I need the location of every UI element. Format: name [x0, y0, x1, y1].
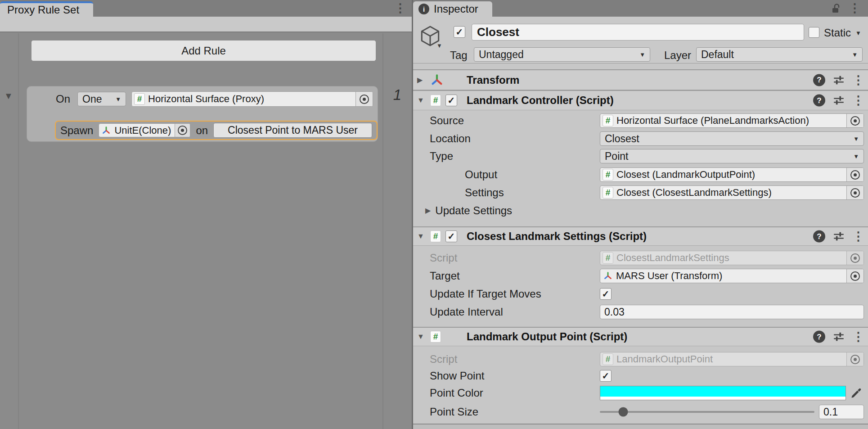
update-interval-row: Update Interval 0.03 [413, 305, 868, 319]
object-picker-button[interactable] [175, 124, 190, 137]
point-color-row: Point Color [413, 386, 868, 400]
proxy-object-field[interactable]: # Horizontal Surface (Proxy) [131, 91, 373, 107]
source-object-field[interactable]: # Horizontal Surface (PlaneLandmarksActi… [600, 113, 864, 128]
component-menu-icon[interactable]: ⋮ [852, 95, 861, 107]
spawn-object-name: UnitE(Clone) [111, 125, 175, 136]
location-dropdown[interactable]: Closest ▼ [600, 131, 864, 146]
settings-value: Closest (ClosestLandmarkSettings) [613, 187, 846, 199]
script-object-field: # LandmarkOutputPoint [600, 352, 864, 366]
point-size-input[interactable]: 0.1 [819, 405, 864, 419]
point-color-field[interactable] [600, 386, 846, 400]
left-toolbar [0, 17, 412, 32]
active-checkbox[interactable]: ✓ [454, 26, 465, 38]
show-point-checkbox[interactable]: ✓ [600, 370, 612, 382]
update-interval-label: Update Interval [413, 306, 600, 318]
icon-picker-caret[interactable]: ▼ [436, 43, 442, 49]
output-row: Output # Closest (LandmarkOutputPoint) [413, 167, 868, 182]
component-menu-icon[interactable]: ⋮ [852, 74, 861, 86]
static-checkbox[interactable] [809, 27, 819, 38]
object-picker-button[interactable] [355, 92, 373, 106]
help-icon[interactable]: ? [813, 331, 825, 343]
object-picker-button[interactable] [846, 114, 864, 127]
presets-icon[interactable] [832, 230, 845, 243]
unity-editor: Proxy Rule Set ⋮ Add Rule ▼ On One ▼ [0, 0, 868, 429]
point-size-row: Point Size 0.1 [413, 405, 868, 419]
script-icon: # [603, 169, 613, 181]
output-object-field[interactable]: # Closest (LandmarkOutputPoint) [600, 167, 864, 182]
help-icon[interactable]: ? [813, 230, 825, 243]
object-picker-button[interactable] [846, 269, 864, 283]
eyedropper-icon[interactable] [849, 386, 864, 400]
landmark-controller-header[interactable]: ▼ # ✓ Landmark Controller (Script) ? ⋮ [413, 90, 868, 110]
add-rule-button[interactable]: Add Rule [31, 40, 376, 61]
tab-proxy-rule-set-label: Proxy Rule Set [7, 4, 79, 16]
rule-count-value: One [82, 93, 102, 105]
panel-menu-icon[interactable]: ⋮ [394, 2, 405, 15]
closest-landmark-settings-header[interactable]: ▼ # ✓ Closest Landmark Settings (Script)… [413, 226, 868, 246]
component-enabled-checkbox[interactable]: ✓ [445, 230, 457, 242]
point-color-swatch [600, 386, 846, 397]
spawn-object-field[interactable]: UnitE(Clone) [99, 123, 190, 137]
chevron-down-icon: ▼ [115, 96, 121, 102]
script-row: Script # ClosestLandmarkSettings [413, 251, 868, 265]
slider-knob[interactable] [619, 407, 628, 417]
update-settings-foldout[interactable]: ▶ Update Settings [413, 203, 868, 218]
object-picker-icon [850, 170, 860, 180]
foldout-open-icon[interactable]: ▼ [417, 333, 424, 340]
script-icon: # [134, 93, 145, 105]
chevron-down-icon: ▼ [639, 52, 645, 58]
update-if-target-moves-checkbox[interactable]: ✓ [600, 288, 612, 300]
point-size-slider[interactable] [600, 405, 814, 419]
script-icon: # [603, 115, 613, 126]
type-label: Type [413, 150, 600, 163]
tab-inspector-label: Inspector [434, 3, 478, 15]
update-interval-input[interactable]: 0.03 [600, 305, 864, 319]
gameobject-name: Closest [477, 25, 519, 39]
presets-icon[interactable] [832, 330, 845, 343]
on-label: On [56, 93, 70, 105]
point-size-label: Point Size [413, 406, 600, 418]
proxy-object-name: Horizontal Surface (Proxy) [145, 93, 355, 105]
script-icon: # [430, 230, 441, 242]
help-icon[interactable]: ? [813, 95, 825, 107]
settings-object-field[interactable]: # Closest (ClosestLandmarkSettings) [600, 185, 864, 200]
object-picker-icon [360, 95, 369, 104]
landmark-output-point-header[interactable]: ▼ # Landmark Output Point (Script) ? ⋮ [413, 327, 868, 346]
tag-dropdown[interactable]: Untagged ▼ [474, 47, 650, 62]
rule-action-row[interactable]: Spawn UnitE(Clone) on Closest Point to M… [55, 121, 378, 140]
show-point-row: Show Point ✓ [413, 369, 868, 383]
update-if-target-moves-row: Update If Target Moves ✓ [413, 287, 868, 301]
object-picker-button[interactable] [846, 186, 864, 199]
tag-value: Untagged [479, 49, 524, 61]
layer-dropdown[interactable]: Default ▼ [696, 47, 863, 62]
tab-inspector[interactable]: i Inspector [413, 1, 492, 17]
inspector-menu-icon[interactable]: ⋮ [849, 2, 859, 15]
foldout-open-icon[interactable]: ▼ [417, 97, 424, 104]
component-enabled-checkbox[interactable]: ✓ [445, 95, 457, 106]
chevron-down-icon: ▼ [852, 52, 858, 58]
foldout-closed-icon[interactable]: ▶ [417, 77, 423, 84]
object-picker-button[interactable] [846, 168, 864, 181]
help-icon[interactable]: ? [813, 74, 825, 86]
type-dropdown[interactable]: Point ▼ [600, 149, 864, 163]
lock-icon[interactable] [831, 3, 841, 14]
landmark-target-button[interactable]: Closest Point to MARS User [213, 123, 372, 138]
script-icon: # [430, 331, 441, 343]
slider-track [600, 411, 814, 413]
transform-component-header[interactable]: ▶ Transform ? ⋮ [413, 69, 868, 90]
script-value: ClosestLandmarkSettings [613, 252, 846, 264]
static-flags-caret[interactable]: ▼ [855, 30, 861, 36]
rule-condition-row: On One ▼ # Horizontal Surface (Proxy) [32, 90, 373, 108]
layer-value: Default [701, 49, 734, 61]
chevron-down-icon: ▼ [853, 136, 859, 142]
component-menu-icon[interactable]: ⋮ [852, 331, 861, 343]
rule-foldout-icon[interactable]: ▼ [4, 91, 13, 101]
presets-icon[interactable] [832, 74, 845, 86]
component-menu-icon[interactable]: ⋮ [852, 230, 861, 243]
foldout-open-icon[interactable]: ▼ [417, 233, 424, 240]
tab-proxy-rule-set[interactable]: Proxy Rule Set [0, 1, 93, 17]
target-object-field[interactable]: MARS User (Transform) [600, 269, 864, 283]
rule-count-dropdown[interactable]: One ▼ [77, 92, 126, 106]
gameobject-name-field[interactable]: Closest [472, 24, 804, 41]
presets-icon[interactable] [832, 94, 845, 107]
